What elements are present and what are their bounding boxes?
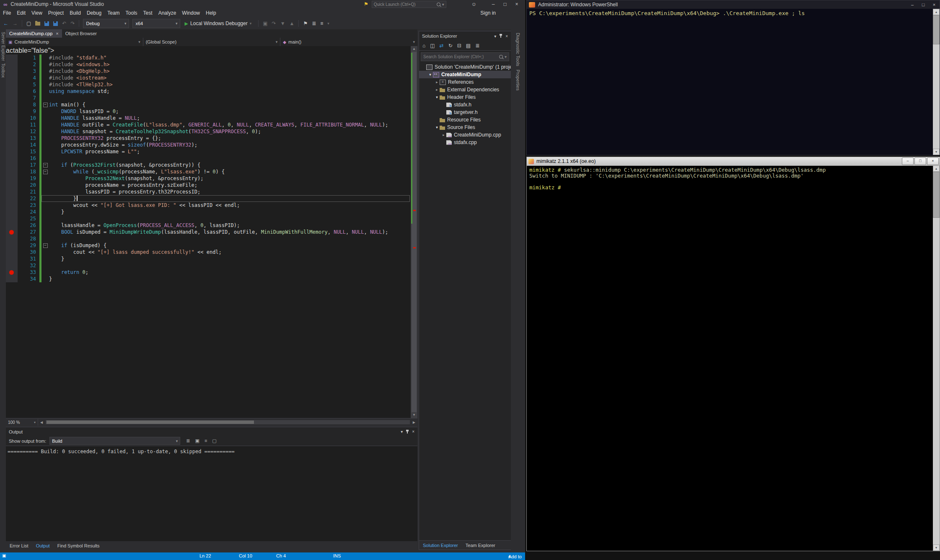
close-icon[interactable]: × [412, 429, 414, 434]
code-line[interactable]: 28 [6, 235, 411, 242]
scroll-down-icon[interactable]: ▼ [933, 149, 940, 155]
minimize-button[interactable]: – [902, 157, 914, 165]
breakpoint-margin[interactable] [6, 175, 18, 182]
step-over-icon[interactable]: ↷ [272, 21, 276, 26]
pin-icon[interactable] [500, 34, 501, 38]
fold-margin[interactable] [41, 249, 49, 255]
collapse-region-icon[interactable]: – [43, 163, 48, 168]
menu-item-window[interactable]: Window [179, 10, 203, 16]
fold-margin[interactable] [41, 215, 49, 222]
chevron-expanded-icon[interactable]: ▾ [434, 95, 440, 99]
fold-margin[interactable] [41, 75, 49, 81]
sync-with-active-document-icon[interactable]: ⇄ [440, 43, 444, 49]
notifications-flag-icon[interactable]: ⚑ [364, 1, 368, 7]
maximize-button[interactable]: □ [499, 1, 511, 7]
code-line[interactable]: 21 lsassPID = processEntry.th32ProcessID… [6, 188, 411, 195]
breakpoint-margin[interactable] [6, 115, 18, 121]
breakpoint-margin[interactable] [6, 188, 18, 195]
step-into-icon[interactable]: ▼ [280, 21, 285, 26]
feedback-icon[interactable]: ☺ [471, 1, 476, 7]
tree-item-createminidump[interactable]: ▾CreateMiniDump [419, 71, 511, 78]
breakpoint-margin[interactable] [6, 108, 18, 115]
code-line[interactable]: 4#include <iostream> [6, 75, 411, 81]
code-editor[interactable]: actable="false">1#include "stdafx.h"2#in… [6, 46, 417, 418]
breakpoint-margin[interactable] [6, 162, 18, 168]
breakpoint-margin[interactable] [6, 54, 18, 61]
breakpoint-margin[interactable] [6, 209, 18, 215]
fold-margin[interactable] [41, 135, 49, 142]
save-all-icon[interactable] [53, 21, 58, 26]
output-source-dropdown[interactable]: Build ▾ [49, 437, 180, 445]
undo-icon[interactable]: ↶ [62, 21, 66, 26]
menu-item-analyze[interactable]: Analyze [155, 10, 179, 16]
bookmark-icon[interactable]: ⚑ [303, 21, 308, 26]
code-line[interactable]: 26 lsassHandle = OpenProcess(PROCESS_ALL… [6, 222, 411, 229]
code-line[interactable]: 34} [6, 276, 411, 282]
toolbar-options-chevron-icon[interactable]: ▾ [327, 21, 329, 26]
member-dropdown[interactable]: ◆ main() ▾ [280, 38, 417, 46]
breakpoint-margin[interactable] [6, 95, 18, 101]
show-all-files-icon[interactable]: ▤ [466, 43, 471, 49]
tab-find-symbol-results[interactable]: Find Symbol Results [54, 543, 104, 548]
preview-selected-icon[interactable]: ≣ [475, 43, 479, 49]
fold-margin[interactable]: – [41, 101, 49, 108]
side-tab-diagnostic-tools[interactable]: Diagnostic Tools [515, 33, 520, 66]
code-line[interactable]: 9 DWORD lsassPID = 0; [6, 108, 411, 115]
tree-item-targetver-h[interactable]: targetver.h [419, 108, 511, 116]
fold-margin[interactable] [41, 235, 49, 242]
messages-icon[interactable]: ≣ [186, 438, 190, 444]
breakpoint-margin[interactable] [6, 269, 18, 276]
maximize-button[interactable]: □ [914, 157, 926, 165]
breakpoint-margin[interactable] [6, 182, 18, 188]
collapse-all-icon[interactable]: ⊟ [457, 43, 461, 49]
breakpoint-margin[interactable] [6, 202, 18, 209]
breakpoint-margin[interactable] [6, 75, 18, 81]
step-out-icon[interactable]: ▲ [290, 21, 295, 26]
breakpoint-margin[interactable] [6, 235, 18, 242]
powershell-console[interactable]: PS C:\experiments\CreateMiniDump\CreateM… [527, 9, 933, 155]
mimikatz-scrollbar[interactable]: ▲ ▼ [933, 165, 940, 551]
tree-item-references[interactable]: ▸References [419, 78, 511, 86]
fold-margin[interactable] [41, 195, 49, 202]
scroll-up-icon[interactable]: ▲ [933, 165, 940, 172]
code-line[interactable]: 1#include "stdafx.h" [6, 54, 411, 61]
code-line[interactable]: 13 PROCESSENTRY32 processEntry = {}; [6, 135, 411, 142]
tree-item-stdafx-cpp[interactable]: stdafx.cpp [419, 139, 511, 146]
side-tab-properties[interactable]: Properties [515, 70, 520, 90]
breakpoint-margin[interactable] [6, 81, 18, 88]
quick-launch-input[interactable]: Quick Launch (Ctrl+Q) ▾ [372, 1, 446, 8]
tab-error-list[interactable]: Error List [6, 543, 32, 548]
tab-output[interactable]: Output [32, 543, 54, 548]
window-position-icon[interactable]: ▾ [494, 34, 496, 39]
navigate-forward-icon[interactable]: → [13, 21, 18, 26]
code-line[interactable]: 11 HANDLE outFile = CreateFile(L"lsass.d… [6, 121, 411, 128]
chevron-expanded-icon[interactable]: ▾ [427, 72, 433, 77]
breakpoint-margin[interactable] [6, 249, 18, 255]
tree-item-source-files[interactable]: ▾Source Files [419, 124, 511, 131]
scope-dropdown[interactable]: (Global Scope) ▾ [143, 38, 281, 46]
maximize-button[interactable]: □ [918, 2, 929, 7]
fold-margin[interactable]: – [41, 162, 49, 168]
fold-margin[interactable] [41, 128, 49, 135]
code-line[interactable]: 2#include <windows.h> [6, 61, 411, 68]
breakpoint-margin[interactable] [6, 155, 18, 162]
fold-margin[interactable] [41, 95, 49, 101]
code-line[interactable]: 5#include <TlHelp32.h> [6, 81, 411, 88]
powershell-scrollbar[interactable]: ▲ ▼ [933, 9, 940, 155]
mimikatz-console[interactable]: mimikatz # sekurlsa::minidump C:\experim… [527, 165, 933, 551]
fold-margin[interactable] [41, 229, 49, 235]
code-line[interactable]: 20 processName = processEntry.szExeFile; [6, 182, 411, 188]
start-debugging-button[interactable]: ▶ Local Windows Debugger ▾ [184, 21, 254, 26]
new-file-icon[interactable]: ▢ [26, 21, 31, 26]
show-all-icon[interactable]: ≡ [320, 21, 323, 26]
code-line[interactable]: 30 cout << "[+] lsass dumped successfull… [6, 249, 411, 255]
code-line[interactable]: 33 return 0; [6, 269, 411, 276]
breakpoint-margin[interactable] [6, 148, 18, 155]
editor-vertical-scrollbar[interactable]: ▲ ▼ [411, 46, 417, 418]
navigate-back-icon[interactable]: ← [3, 21, 8, 26]
tab-team-explorer[interactable]: Team Explorer [462, 543, 499, 548]
properties-window-icon[interactable]: ◫ [430, 43, 435, 49]
code-line[interactable]: 3#include <DbgHelp.h> [6, 68, 411, 75]
fold-margin[interactable]: – [41, 242, 49, 249]
powershell-titlebar[interactable]: Administrator: Windows PowerShell – □ × [527, 0, 940, 9]
